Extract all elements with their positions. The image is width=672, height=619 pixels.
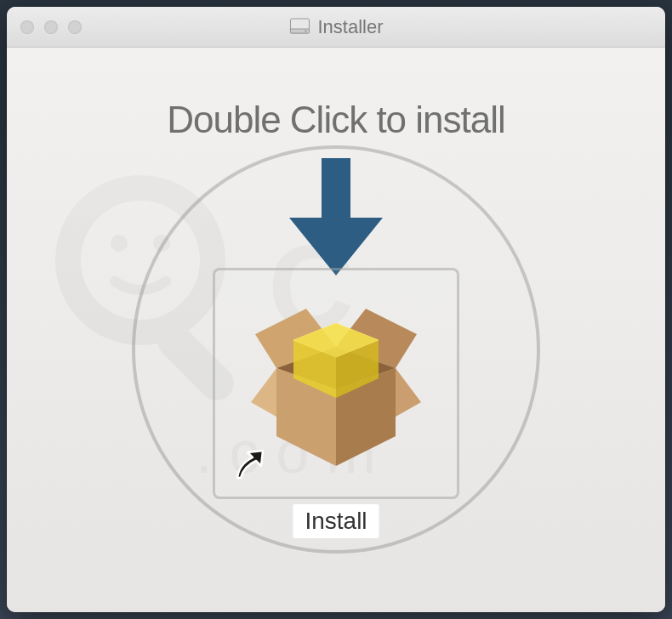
- down-arrow-icon: [289, 158, 383, 281]
- window-content: C .com Double Click to install: [7, 48, 665, 612]
- maximize-button[interactable]: [68, 20, 82, 34]
- svg-point-5: [111, 235, 128, 252]
- titlebar: Installer: [7, 7, 665, 48]
- shortcut-arrow-icon: [231, 447, 268, 488]
- installer-window: Installer C .com Double Click to install: [7, 7, 665, 612]
- window-title: Installer: [317, 16, 383, 38]
- svg-point-2: [305, 30, 306, 31]
- window-title-group: Installer: [288, 16, 383, 38]
- package-box-icon: [247, 287, 425, 478]
- instruction-text: Double Click to install: [7, 99, 665, 141]
- minimize-button[interactable]: [44, 20, 58, 34]
- install-label: Install: [293, 504, 379, 538]
- disk-icon: [288, 16, 310, 38]
- window-controls: [7, 20, 82, 34]
- install-package-icon[interactable]: [213, 268, 459, 499]
- close-button[interactable]: [20, 20, 34, 34]
